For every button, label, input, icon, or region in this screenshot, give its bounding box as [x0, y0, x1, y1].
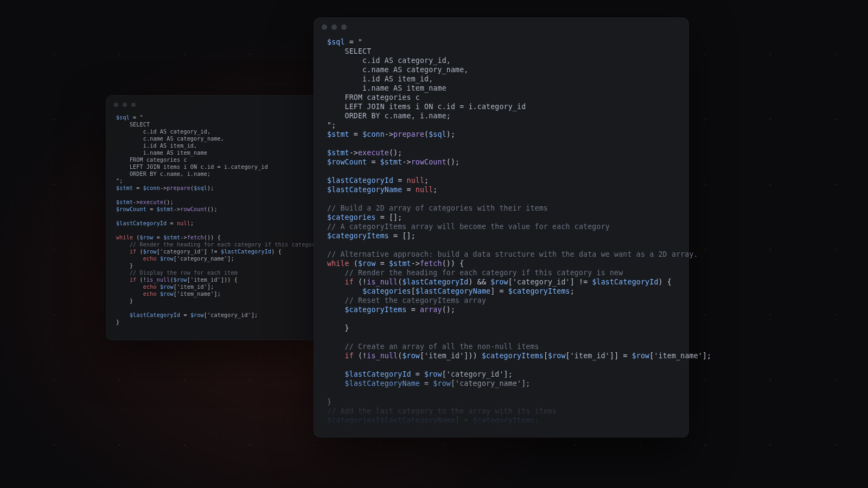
minimize-icon[interactable] [331, 24, 337, 30]
code-window-front: $sql = " SELECT c.id AS category_id, c.n… [314, 17, 689, 438]
window-titlebar [106, 96, 323, 114]
zoom-icon[interactable] [131, 103, 136, 107]
close-icon[interactable] [114, 103, 118, 107]
minimize-icon[interactable] [123, 103, 127, 107]
close-icon[interactable] [322, 24, 327, 30]
code-window-back: $sql = " SELECT c.id AS category_id, c.n… [106, 95, 324, 340]
code-editor-content: $sql = " SELECT c.id AS category_id, c.n… [314, 36, 688, 438]
zoom-icon[interactable] [341, 24, 347, 30]
window-titlebar [314, 18, 688, 36]
code-editor-content: $sql = " SELECT c.id AS category_id, c.n… [106, 114, 323, 335]
